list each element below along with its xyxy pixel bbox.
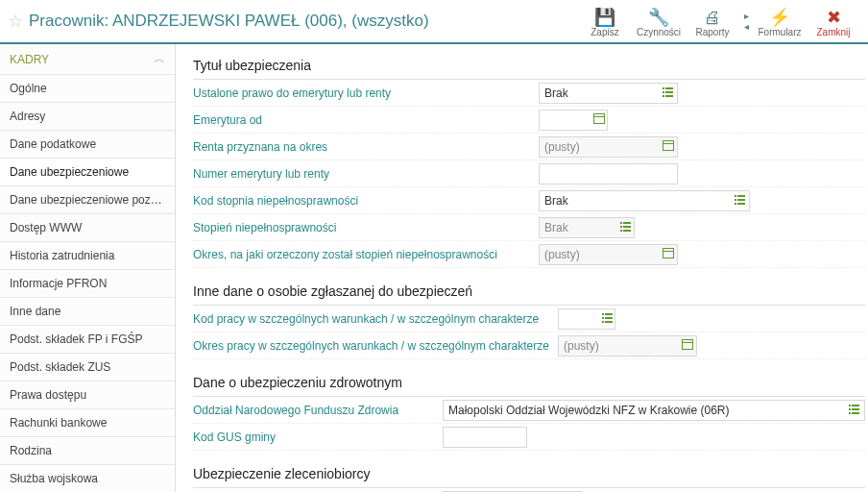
close-label: Zamknij: [816, 27, 850, 37]
section-title-contractor: Ubezpieczenie zleceniobiorcy: [193, 456, 865, 488]
row-pension-right: Ustalone prawo do emerytury lub renty: [193, 80, 865, 107]
input-rent-period[interactable]: [540, 137, 659, 157]
sidebar-item-10[interactable]: Podst. składek ZUS: [0, 354, 175, 381]
sidebar-item-13[interactable]: Rodzina: [0, 437, 175, 465]
field-disability-period[interactable]: [539, 244, 678, 265]
label-special-work-period[interactable]: Okres pracy w szczególnych warunkach / w…: [193, 339, 549, 353]
label-disability-code[interactable]: Kod stopnia niepełnosprawności: [193, 194, 358, 208]
sidebar-item-12[interactable]: Rachunki bankowe: [0, 409, 175, 437]
sidebar-item-8[interactable]: Inne dane: [0, 298, 175, 326]
sidebar-item-9[interactable]: Podst. składek FP i FGŚP: [0, 326, 175, 354]
sidebar-item-2[interactable]: Dane podatkowe: [0, 131, 175, 159]
save-icon: 💾: [578, 8, 632, 27]
label-pension-number[interactable]: Numer emerytury lub renty: [193, 167, 329, 181]
form-button[interactable]: ⚡ Formularz: [753, 6, 807, 37]
input-special-work-code[interactable]: [559, 309, 600, 329]
sidebar-head-label: KADRY: [10, 53, 49, 66]
label-disability-degree[interactable]: Stopień niepełnosprawności: [193, 221, 336, 234]
section-title-other: Inne dane o osobie zgłaszanej do ubezpie…: [193, 274, 865, 306]
input-pension-number[interactable]: [540, 164, 677, 184]
row-disability-code: Kod stopnia niepełnosprawności: [193, 187, 865, 214]
field-gus-code[interactable]: [443, 427, 527, 448]
sidebar-item-4[interactable]: Dane ubezpieczeniowe pozos...: [0, 186, 175, 214]
label-special-work-code[interactable]: Kod pracy w szczególnych warunkach / w s…: [193, 312, 539, 326]
field-disability-code[interactable]: [539, 190, 750, 211]
bolt-icon: ⚡: [753, 8, 807, 27]
input-pension-right[interactable]: [540, 84, 659, 103]
label-pension-right[interactable]: Ustalone prawo do emerytury lub renty: [193, 86, 391, 100]
field-rent-period[interactable]: [539, 136, 678, 158]
list-icon[interactable]: [659, 86, 677, 100]
label-rent-period[interactable]: Renta przyznana na okres: [193, 140, 327, 154]
row-pension-number: Numer emerytury lub renty: [193, 160, 865, 187]
label-nfz-branch[interactable]: Oddział Narodowego Funduszu Zdrowia: [193, 404, 398, 417]
sidebar: KADRY ︿ OgólneAdresyDane podatkoweDane u…: [0, 44, 176, 492]
calendar-icon[interactable]: [591, 113, 607, 127]
printer-icon: 🖨: [686, 8, 739, 27]
input-disability-period[interactable]: [540, 245, 659, 264]
save-button[interactable]: 💾 Zapisz: [578, 6, 632, 37]
close-icon: ✖: [807, 8, 860, 27]
actions-label: Czynności: [637, 27, 681, 37]
input-retirement-from[interactable]: [540, 111, 591, 130]
sidebar-item-5[interactable]: Dostęp WWW: [0, 214, 175, 242]
row-disability-period: Okres, na jaki orzeczony został stopień …: [193, 241, 865, 268]
list-icon[interactable]: [730, 194, 749, 208]
reports-label: Raporty: [695, 27, 729, 37]
list-icon[interactable]: [616, 221, 634, 234]
row-rent-period: Renta przyznana na okres: [193, 134, 865, 160]
reports-button[interactable]: 🖨 Raporty: [686, 6, 739, 37]
sidebar-item-14[interactable]: Służba wojskowa: [0, 465, 175, 492]
row-retirement-from: Emerytura od: [193, 107, 865, 134]
topbar: ☆ Pracownik: ANDRZEJEWSKI PAWEŁ (006), (…: [0, 0, 868, 44]
field-retirement-from[interactable]: [539, 110, 608, 131]
calendar-icon[interactable]: [659, 248, 677, 261]
row-disability-degree: Stopień niepełnosprawności: [193, 214, 865, 241]
save-label: Zapisz: [591, 27, 618, 37]
form-label: Formularz: [758, 27, 801, 37]
list-icon[interactable]: [844, 404, 864, 417]
calendar-icon[interactable]: [678, 339, 696, 353]
input-disability-code[interactable]: [540, 191, 730, 210]
sidebar-item-7[interactable]: Informacje PFRON: [0, 270, 175, 298]
field-disability-degree[interactable]: [539, 217, 635, 238]
toolbar-collapse-toggle[interactable]: ▸◂: [739, 11, 753, 32]
calendar-icon[interactable]: [659, 140, 677, 154]
page-title: Pracownik: ANDRZEJEWSKI PAWEŁ (006), (ws…: [29, 12, 429, 31]
favorite-star-icon[interactable]: ☆: [8, 11, 23, 32]
field-pension-right[interactable]: [539, 83, 678, 104]
section-title-health: Dane o ubezpieczeniu zdrowotnym: [193, 365, 865, 397]
input-gus-code[interactable]: [444, 428, 526, 447]
sidebar-item-6[interactable]: Historia zatrudnienia: [0, 242, 175, 270]
list-icon[interactable]: [600, 312, 615, 326]
input-disability-degree[interactable]: [540, 218, 616, 237]
label-retirement-from[interactable]: Emerytura od: [193, 113, 262, 127]
sidebar-item-3[interactable]: Dane ubezpieczeniowe: [0, 159, 175, 186]
sidebar-item-1[interactable]: Adresy: [0, 103, 175, 131]
chevron-up-icon: ︿: [154, 51, 165, 67]
field-special-work-period[interactable]: [558, 335, 697, 357]
row-contractor-insurance: Ubezpieczenie zleceniobiorcy: [193, 488, 865, 492]
input-special-work-period[interactable]: [559, 336, 678, 356]
field-special-work-code[interactable]: [558, 308, 615, 330]
wrench-icon: 🔧: [632, 8, 686, 27]
section-title-insurance: Tytuł ubezpieczenia: [193, 48, 865, 80]
label-gus-code[interactable]: Kod GUS gminy: [193, 430, 276, 444]
sidebar-item-0[interactable]: Ogólne: [0, 75, 175, 103]
input-nfz-branch[interactable]: [444, 401, 844, 420]
row-special-work-period: Okres pracy w szczególnych warunkach / w…: [193, 332, 865, 359]
label-disability-period[interactable]: Okres, na jaki orzeczony został stopień …: [193, 248, 497, 261]
main-content: Tytuł ubezpieczenia Ustalone prawo do em…: [176, 44, 868, 492]
sidebar-item-11[interactable]: Prawa dostępu: [0, 381, 175, 409]
row-special-work-code: Kod pracy w szczególnych warunkach / w s…: [193, 306, 865, 332]
row-nfz-branch: Oddział Narodowego Funduszu Zdrowia: [193, 397, 865, 424]
actions-button[interactable]: 🔧 Czynności: [632, 6, 686, 37]
close-button[interactable]: ✖ Zamknij: [807, 6, 860, 37]
sidebar-head[interactable]: KADRY ︿: [0, 44, 175, 75]
field-nfz-branch[interactable]: [443, 400, 865, 421]
row-gus-code: Kod GUS gminy: [193, 424, 865, 451]
field-pension-number[interactable]: [539, 163, 678, 184]
